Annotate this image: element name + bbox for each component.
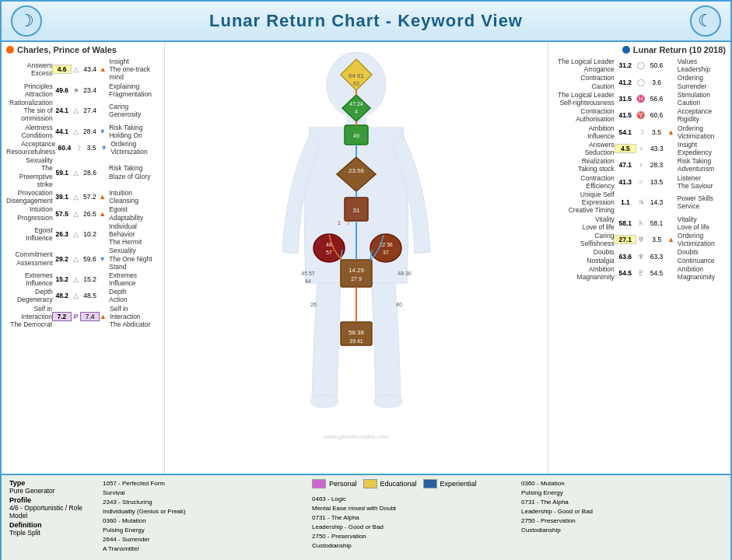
right-sym-13: ♇ [636,269,646,277]
left-label-8: IntuitionProgression [6,205,53,221]
left-arrow-5: ▼ [100,144,107,152]
left-arrow-13: ▲ [100,313,107,320]
left-label-12: DepthDegeneracy [6,288,53,303]
type-label: Type [9,479,25,487]
right-val1-10: 58.1 [615,219,636,227]
right-label-9: Unique Self ExpressionCreative Timing [553,191,615,215]
left-label-7: ProvocationDisengagement [6,189,53,205]
right-val1-12: 63.6 [615,253,636,261]
left-label-1: AnswersExcess [6,61,52,77]
right-row-7: RealizationTaking stock 47.1 ♀ 28.3 Risk… [553,157,726,173]
left-val2-10: 59.6 [80,255,99,263]
left-right-label-2: ExplainingFragmentation [106,82,159,98]
svg-text:7: 7 [347,220,350,226]
left-row-9: EgoistInfluence 26.3 △ 10.2 Individual B… [6,222,159,247]
left-sym-9: △ [72,230,81,238]
right-row-6: AnswersSeduction 4.5 ♀ 43.3 InsightExped… [553,141,726,156]
right-label-1: The Logical LeaderArrogance [553,58,615,73]
svg-point-2 [310,395,338,408]
educational-color [363,479,377,488]
right-val1-6: 4.5 [615,144,637,153]
experiential-color [423,479,437,488]
right-sym-11: ♅ [636,236,646,243]
right-label-10: VitalityLove of life [553,215,615,231]
right-val1-3: 31.5 [615,95,636,103]
left-right-label-7: IntuitionCleansing [106,189,159,205]
right-sym-1: ◯ [636,61,646,69]
right-right-label-4: AcceptanceRigidity [674,107,726,123]
left-row-11: ExtremesInfluence 15.2 △ 15.2 ExtremesIn… [6,271,159,287]
right-sym-10: ♄ [636,219,646,227]
left-sym-2: ★ [72,86,81,94]
left-val2-7: 57.2 [80,193,99,201]
codes-right: 0360 - MutationPulsing Energy 0731 - The… [521,479,723,535]
left-row-5: AcceptanceResourcefulness 60.4 ☽ 3.5 ▼ O… [6,140,159,156]
footer-col-codes-right: 0360 - MutationPulsing Energy 0731 - The… [521,479,723,558]
svg-text:58 38: 58 38 [348,329,365,336]
right-val1-4: 41.5 [615,111,636,119]
left-sym-3: △ [72,107,81,114]
left-val1-4: 44.1 [53,128,72,135]
header: ☽ Lunar Return Chart - Keyword View ☾ [2,2,730,42]
right-label-12: DoubtsNostalgia [553,248,615,264]
center-panel: 64 61 63 47.24 4 49 23.56 31 1 7 [165,42,548,474]
right-right-label-7: Risk TakingAdventurism [674,157,726,173]
footer-col-type: Type Pure Generator Profile 4/6 - Opport… [9,479,95,558]
left-val1-5: 60.4 [55,144,73,152]
right-val2-13: 54.5 [646,269,667,277]
right-row-4: ContractionAuthorisation 41.5 ♈ 60.6 Acc… [553,107,726,123]
blue-dot-icon [622,46,630,54]
moon-left-icon: ☽ [11,5,42,37]
svg-text:40: 40 [396,302,402,307]
right-sym-3: ♓ [636,95,646,103]
page-title: Lunar Return Chart - Keyword View [209,11,523,31]
left-val2-11: 15.2 [81,275,100,283]
left-sym-7: △ [72,193,81,201]
left-sym-13: P [72,313,81,320]
svg-point-24 [370,234,401,262]
footer-col-codes-left: 1057 - Perfected FormSurvival 2343 - Str… [103,479,304,558]
right-right-label-9: Power SkillsService [674,194,726,210]
right-arrow-11: ▲ [667,236,674,243]
svg-text:31: 31 [353,207,360,214]
left-label-5: AcceptanceResourcefulness [6,140,55,156]
left-sym-5: ☽ [73,144,82,152]
left-val1-7: 39.1 [53,193,72,201]
experiential-label: Experiential [440,480,477,488]
legend-personal: Personal [312,479,357,488]
svg-text:48 30: 48 30 [398,271,412,276]
legend-educational: Educational [363,479,417,488]
right-val2-12: 63.3 [646,253,667,261]
type-value: Pure Generator [9,487,55,495]
right-right-label-13: AmbitionMagnanimity [674,265,726,281]
left-val2-2: 23.4 [81,86,100,94]
left-val1-9: 26.3 [53,230,72,238]
svg-text:37: 37 [383,250,389,255]
left-row-3: RationalizationThe sin of ommission 24.1… [6,99,159,123]
right-right-label-3: StimulationCaution [674,91,726,107]
svg-text:4: 4 [355,109,358,114]
svg-text:26: 26 [310,302,317,307]
right-val2-4: 60.6 [646,111,667,119]
svg-text:27 9: 27 9 [351,276,362,282]
center-visualization: 64 61 63 47.24 4 49 23.56 31 1 7 [165,42,548,474]
right-row-12: DoubtsNostalgia 63.6 ♆ 63.3 DoubtsContin… [553,248,726,264]
right-row-9: Unique Self ExpressionCreative Timing 1.… [553,191,726,215]
left-right-label-3: CaringGenerosity [106,103,159,118]
legend-experiential: Experiential [423,479,477,488]
right-row-1: The Logical LeaderArrogance 31.2 ◯ 50.6 … [553,58,726,73]
left-row-4: AlertnessConditions 44.1 △ 28.4 ▼ Risk T… [6,124,159,139]
right-panel-title: Lunar Return (10 2018) [553,45,726,54]
left-row-7: ProvocationDisengagement 39.1 △ 57.2 ▲ I… [6,189,159,205]
right-right-label-6: InsightExpediency [674,141,726,156]
svg-text:44: 44 [305,278,311,284]
svg-text:www.geneticmatrix.com: www.geneticmatrix.com [323,433,389,440]
right-val1-5: 54.1 [615,128,636,136]
left-row-1: AnswersExcess 4.6 △ 43.4 ▲ InsightThe on… [6,58,159,82]
right-row-3: The Logical LeaderSelf-righteousness 31.… [553,91,726,107]
left-sym-10: △ [72,255,81,263]
right-label-11: CaringSelfishness [553,232,614,247]
left-right-label-13: Self in InteractionThe Abdicator [107,305,159,329]
right-row-2: ContractionCaution 41.2 ◯ 3.6 OrderingSu… [553,74,726,89]
left-row-12: DepthDegeneracy 48.2 △ 48.5 DepthAction [6,288,159,303]
